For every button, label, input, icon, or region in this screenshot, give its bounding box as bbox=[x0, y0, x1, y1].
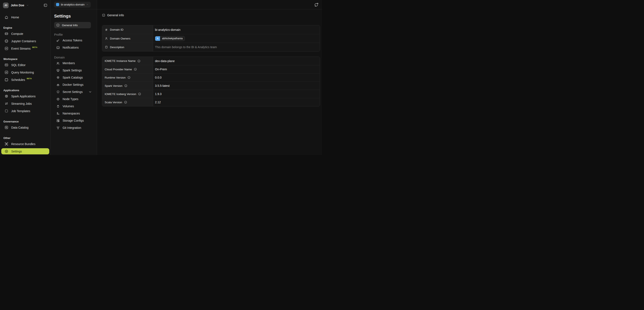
sql-editor-icon: SQL bbox=[4, 63, 8, 67]
sidebar-item-streaming-jobs[interactable]: Streaming Jobs bbox=[0, 100, 50, 107]
sidebar-item-query-monitoring[interactable]: Query Monitoring bbox=[0, 69, 50, 76]
menu-item-spark-catalogs[interactable]: Spark Catalogs bbox=[54, 74, 94, 81]
row-label-text: Cloud Provider Name bbox=[105, 68, 132, 71]
menu-item-label: Node Types bbox=[62, 97, 78, 101]
row-label-text: IOMETE Iceberg Version bbox=[105, 92, 136, 96]
info-circle-icon[interactable] bbox=[138, 92, 141, 96]
menu-item-label: Access Tokens bbox=[62, 39, 82, 42]
sidebar-item-data-catalog[interactable]: Data Catalog bbox=[0, 124, 50, 131]
table-row: Domain OwnersAabhishekpathania bbox=[102, 34, 320, 43]
app-window: JD John Doe HomeEngineComputeJupyter Con… bbox=[0, 0, 322, 155]
avatar: JD bbox=[3, 2, 9, 8]
table-row: Spark Version3.5.5-latest bbox=[102, 81, 320, 90]
sidebar-item-label: Job Templates bbox=[11, 109, 30, 113]
members-icon bbox=[56, 61, 60, 65]
sidebar-item-resource-bundles[interactable]: Resource Bundles bbox=[0, 140, 50, 148]
sidebar-item-jupyter-containers[interactable]: Jupyter Containers bbox=[0, 37, 50, 45]
settings-title: Settings bbox=[54, 13, 94, 18]
menu-item-label: Volumes bbox=[62, 104, 74, 108]
menu-item-secret-settings[interactable]: Secret Settings bbox=[54, 88, 94, 95]
menu-item-volumes[interactable]: Volumes bbox=[54, 103, 94, 110]
sidebar-item-sql-editor[interactable]: SQLSQL Editor bbox=[0, 61, 50, 69]
beta-badge: BETA bbox=[32, 46, 38, 48]
row-label: Domain Owners bbox=[102, 34, 153, 43]
chevron-down-icon bbox=[26, 4, 29, 6]
menu-item-git-integration[interactable]: Git Integration bbox=[54, 124, 94, 131]
sidebar-item-job-templates[interactable]: Job Templates bbox=[0, 107, 50, 115]
domain-switcher[interactable]: bi-analytics-domain bbox=[54, 2, 91, 7]
sidebar-collapse-icon[interactable] bbox=[43, 3, 48, 7]
sidebar-section-label: Engine bbox=[0, 26, 50, 30]
sidebar-item-spark-applications[interactable]: Spark Applications bbox=[0, 92, 50, 100]
sidebar-item-schedules[interactable]: SchedulesBETA bbox=[0, 76, 50, 83]
menu-item-label: Spark Settings bbox=[62, 69, 82, 72]
sidebar-item-label: Query Monitoring bbox=[11, 71, 34, 74]
menu-item-namespaces[interactable]: Namespaces bbox=[54, 110, 94, 117]
row-label-text: IOMETE Instance Name bbox=[105, 59, 136, 62]
sidebar-item-event-streams[interactable]: Event StreamsBETA bbox=[0, 45, 50, 52]
page-title: General info bbox=[107, 13, 124, 17]
row-value: 2.12 bbox=[153, 98, 320, 106]
info-circle-icon[interactable] bbox=[127, 76, 131, 79]
row-label: IOMETE Iceberg Version bbox=[102, 90, 153, 98]
user-menu[interactable]: JD John Doe bbox=[0, 2, 50, 9]
svg-text:SQL: SQL bbox=[6, 64, 8, 65]
menu-item-docker-settings[interactable]: Docker Settings bbox=[54, 81, 94, 88]
domain-switcher-bar: bi-analytics-domain bbox=[51, 0, 97, 9]
data-catalog-icon bbox=[4, 125, 8, 129]
git-branch-icon bbox=[56, 126, 60, 130]
menu-item-node-types[interactable]: Node Types bbox=[54, 95, 94, 103]
menu-item-general-info[interactable]: General Info bbox=[54, 22, 91, 28]
primary-sidebar: JD John Doe HomeEngineComputeJupyter Con… bbox=[0, 0, 51, 155]
info-circle-icon[interactable] bbox=[137, 59, 140, 63]
menu-item-access-tokens[interactable]: Access Tokens bbox=[54, 37, 94, 44]
row-label: Cloud Provider Name bbox=[102, 65, 153, 73]
info-circle-icon[interactable] bbox=[134, 68, 137, 71]
sidebar-item-label: Streaming Jobs bbox=[11, 102, 32, 105]
chat-icon[interactable] bbox=[314, 2, 318, 7]
row-value: Aabhishekpathania bbox=[153, 34, 320, 43]
menu-item-spark-settings[interactable]: Spark Settings bbox=[54, 67, 94, 74]
row-label: Spark Version bbox=[102, 82, 153, 90]
sidebar-item-home[interactable]: Home bbox=[0, 13, 50, 21]
sidebar-item-label: Settings bbox=[11, 150, 22, 153]
row-label-text: Domain Owners bbox=[110, 37, 130, 40]
info-circle-icon[interactable] bbox=[124, 84, 128, 87]
sidebar-item-settings[interactable]: Settings bbox=[1, 148, 49, 154]
schedules-icon bbox=[4, 78, 8, 82]
storage-icon bbox=[56, 119, 60, 122]
domain-info-table: Domain IDbi-analytics-domainDomain Owner… bbox=[102, 25, 320, 51]
sidebar-item-compute[interactable]: Compute bbox=[0, 30, 50, 37]
menu-item-notifications[interactable]: Notifications bbox=[54, 44, 94, 51]
table-row: IOMETE Instance Namedev-data-plane bbox=[102, 57, 320, 65]
sidebar-section-label: Other bbox=[0, 136, 50, 140]
row-label: Scala Version bbox=[102, 98, 153, 106]
general-info-page: General info Domain IDbi-analytics-domai… bbox=[97, 9, 322, 106]
info-circle-icon[interactable] bbox=[124, 100, 127, 104]
row-label-text: Runtime Version bbox=[105, 76, 126, 79]
beta-badge: BETA bbox=[27, 77, 32, 80]
menu-item-members[interactable]: Members bbox=[54, 59, 94, 67]
hash-icon bbox=[105, 28, 108, 31]
row-value: bi-analytics-domain bbox=[153, 25, 320, 34]
row-label-text: Scala Version bbox=[105, 101, 122, 104]
menu-item-label: Members bbox=[62, 61, 75, 65]
menu-item-storage-configs[interactable]: Storage Configs bbox=[54, 117, 94, 124]
table-row: Runtime Version0.0.0 bbox=[102, 73, 320, 81]
compute-icon bbox=[4, 32, 8, 36]
query-monitoring-icon bbox=[4, 70, 8, 74]
menu-item-label: Namespaces bbox=[62, 112, 80, 115]
menu-item-label: General Info bbox=[62, 24, 78, 27]
sidebar-section: OtherResource BundlesSettings bbox=[0, 136, 50, 154]
page-header: General info bbox=[102, 13, 320, 17]
owner-chip[interactable]: Aabhishekpathania bbox=[155, 36, 185, 41]
sidebar-item-label: Schedules bbox=[11, 78, 25, 81]
row-label-text: Domain ID bbox=[110, 28, 124, 31]
row-label: Domain ID bbox=[102, 25, 153, 34]
main-area: General info Domain IDbi-analytics-domai… bbox=[97, 0, 322, 155]
owner-name: abhishekpathania bbox=[160, 37, 184, 40]
sidebar-section: EngineComputeJupyter ContainersEvent Str… bbox=[0, 26, 50, 52]
table-row: Scala Version2.12 bbox=[102, 98, 320, 106]
sidebar-item-label: SQL Editor bbox=[11, 63, 26, 67]
job-templates-icon bbox=[4, 109, 8, 113]
